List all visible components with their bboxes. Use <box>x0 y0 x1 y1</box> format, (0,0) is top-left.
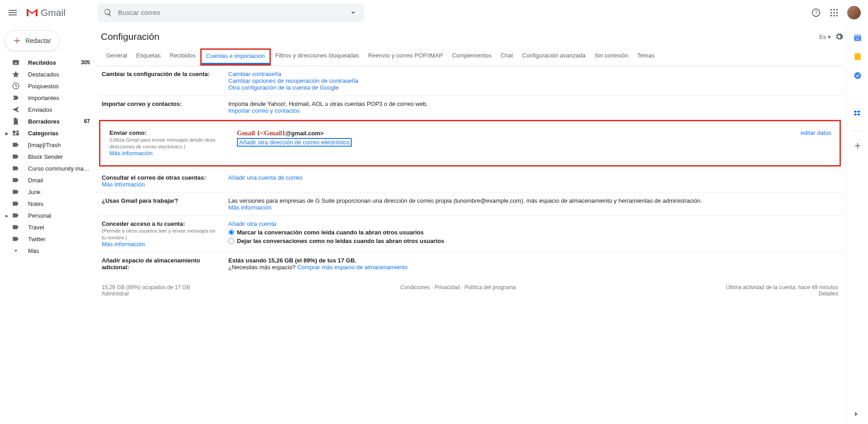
tab-reenv-o-y-correo-pop-imap[interactable]: Reenvío y correo POP/IMAP <box>363 48 447 66</box>
user-avatar[interactable] <box>847 6 861 19</box>
lang-selector[interactable]: Es ▾ <box>819 33 831 40</box>
sidebar-item-label: Más <box>28 248 90 254</box>
sidebar-item-15[interactable]: ▸Twitter <box>0 233 96 245</box>
check-other-more-link[interactable]: Más información <box>102 181 145 188</box>
compose-button[interactable]: Redactar <box>5 30 60 51</box>
sidebar-item-count: 67 <box>84 118 90 124</box>
add-addon-icon[interactable] <box>853 141 862 150</box>
apps-grid-icon[interactable] <box>829 8 839 18</box>
grant-radio-read[interactable] <box>228 229 234 235</box>
sidebar-item-5[interactable]: ▸Borradores67 <box>0 115 96 127</box>
sidebar-item-1[interactable]: ▸Destacados <box>0 68 96 80</box>
sidebar-item-12[interactable]: ▸Notes <box>0 198 96 210</box>
dropbox-icon[interactable] <box>853 109 862 118</box>
important-icon <box>12 94 20 102</box>
calendar-icon[interactable]: 31 <box>853 33 862 42</box>
label-icon <box>12 200 20 208</box>
sidebar-item-13[interactable]: ▸Personal <box>0 210 96 221</box>
tab-cuentas-e-importaci-n[interactable]: Cuentas e importación <box>200 48 271 66</box>
search-icon[interactable] <box>104 8 113 17</box>
tab-configuraci-n-avanzada[interactable]: Configuración avanzada <box>518 48 590 66</box>
footer-terms-link[interactable]: Condiciones <box>400 284 430 291</box>
label-icon <box>12 152 20 161</box>
sidebar-item-label: Borradores <box>28 118 84 125</box>
svg-point-15 <box>854 72 861 79</box>
sidebar-item-label: Categorías <box>28 130 90 137</box>
import-mail-link[interactable]: Importar correo y contactos <box>228 107 300 114</box>
tab-complementos[interactable]: Complementos <box>448 48 496 66</box>
gear-icon[interactable] <box>835 32 844 41</box>
grant-add-account-link[interactable]: Añadir otra cuenta <box>228 220 276 227</box>
menu-icon[interactable] <box>7 7 18 18</box>
star-icon <box>12 70 20 78</box>
sidebar-item-3[interactable]: ▸Importantes <box>0 92 96 104</box>
other-google-settings-link[interactable]: Otra configuración de la cuenta de Googl… <box>228 84 339 91</box>
footer-policy-link[interactable]: Política del programa <box>465 284 516 291</box>
page-title: Configuración <box>101 31 160 42</box>
draft-icon <box>12 117 20 125</box>
tab-chat[interactable]: Chat <box>496 48 517 66</box>
gmail-m-icon <box>26 8 38 17</box>
gmail-logo[interactable]: Gmail <box>26 7 66 18</box>
sidebar-item-label: Recibidos <box>28 59 81 66</box>
sidebar-item-8[interactable]: ▸Block Sender <box>0 151 96 162</box>
grant-more-link[interactable]: Más información <box>102 241 145 248</box>
sidebar-item-0[interactable]: ▸Recibidos305 <box>0 57 96 68</box>
search-options-icon[interactable] <box>349 8 358 17</box>
sidebar: Redactar ▸Recibidos305▸Destacados▸Pospue… <box>0 25 96 306</box>
change-password-link[interactable]: Cambiar contraseña <box>228 71 281 77</box>
send-as-highlight-box: Enviar como: (Utiliza Gmail para enviar … <box>99 120 841 167</box>
send-as-email-domain: @gmail.com> <box>285 130 324 137</box>
side-panel: 31 <box>846 25 868 306</box>
sidebar-item-label: Notes <box>28 200 90 207</box>
footer-storage: 15,26 GB (89%) ocupados de 17 GB <box>102 284 190 291</box>
tab-sin-conexi-n[interactable]: Sin conexión <box>590 48 632 66</box>
settings-content: Cambiar la configuración de la cuenta: C… <box>96 66 844 275</box>
svg-point-7 <box>836 12 838 14</box>
tasks-icon[interactable] <box>853 71 862 80</box>
sidebar-item-label: Junk <box>28 189 90 195</box>
label-icon <box>12 188 20 196</box>
search-input[interactable] <box>118 9 349 16</box>
import-desc: Importa desde Yahoo!, Hotmail, AOL u otr… <box>228 100 428 107</box>
label-icon <box>12 211 20 219</box>
sidebar-item-9[interactable]: ▸Curso community mana... <box>0 162 96 174</box>
gmail-text: Gmail <box>41 7 66 18</box>
footer-manage-link[interactable]: Administrar <box>102 291 129 297</box>
grant-radio-read-label: Marcar la conversación como leída cuando… <box>237 229 424 236</box>
send-as-more-link[interactable]: Más información <box>109 150 152 157</box>
buy-storage-link[interactable]: Comprar más espacio de almacenamiento <box>297 264 407 271</box>
tab-recibidos[interactable]: Recibidos <box>165 48 200 66</box>
tab-filtros-y-direcciones-bloqueadas[interactable]: Filtros y direcciones bloqueadas <box>271 48 364 66</box>
edit-send-as-link[interactable]: editar datos <box>801 129 831 136</box>
keep-icon[interactable] <box>853 52 862 61</box>
sidebar-item-4[interactable]: ▸Enviados <box>0 104 96 115</box>
tab-general[interactable]: General <box>102 48 132 66</box>
compose-label: Redactar <box>25 37 51 44</box>
tab-temas[interactable]: Temas <box>632 48 659 66</box>
sidebar-item-7[interactable]: ▸[Imap]/Trash <box>0 139 96 151</box>
grant-radio-unread[interactable] <box>228 238 234 244</box>
sidebar-item-16[interactable]: ▸Más <box>0 245 96 257</box>
change-recovery-link[interactable]: Cambiar opciones de recuperación de cont… <box>228 77 359 84</box>
nav-list: ▸Recibidos305▸Destacados▸Pospuestos▸Impo… <box>0 57 96 257</box>
footer-privacy-link[interactable]: Privacidad <box>434 284 460 291</box>
send-as-subtitle: (Utiliza Gmail para enviar mensajes desd… <box>109 137 215 149</box>
sidebar-item-14[interactable]: ▸Travel <box>0 221 96 233</box>
add-mail-account-link[interactable]: Añadir una cuenta de correo <box>228 174 302 181</box>
sidebar-item-label: Curso community mana... <box>28 165 90 172</box>
storage-usage: Estás usando 15,26 GB (el 89%) de tus 17… <box>228 257 356 264</box>
svg-point-8 <box>830 14 832 16</box>
sidebar-item-6[interactable]: ▸Categorías <box>0 127 96 139</box>
tab-etiquetas[interactable]: Etiquetas <box>132 48 165 66</box>
sidebar-item-10[interactable]: ▸Dmail <box>0 174 96 186</box>
add-another-address-link[interactable]: Añadir otra dirección de correo electrón… <box>237 138 352 147</box>
help-icon[interactable]: ? <box>811 8 821 18</box>
sidebar-item-11[interactable]: ▸Junk <box>0 186 96 198</box>
sidebar-item-2[interactable]: ▸Pospuestos <box>0 80 96 92</box>
svg-rect-13 <box>854 34 861 36</box>
gsuite-more-link[interactable]: Más información <box>228 204 271 211</box>
svg-text:31: 31 <box>855 37 859 41</box>
search-bar[interactable] <box>97 3 364 22</box>
footer-details-link[interactable]: Detalles <box>819 291 838 297</box>
